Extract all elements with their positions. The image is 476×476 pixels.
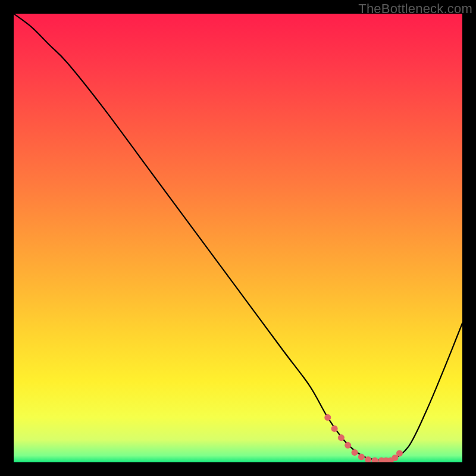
marker-dot [331, 425, 338, 432]
gradient-background [14, 14, 462, 462]
marker-dot [324, 414, 331, 421]
chart-frame [14, 14, 462, 462]
marker-dot [338, 434, 345, 441]
marker-dot [358, 453, 365, 460]
marker-dot [396, 450, 403, 456]
watermark-text: TheBottleneck.com [358, 1, 472, 17]
marker-dot [345, 442, 351, 449]
marker-dot [352, 449, 358, 456]
bottleneck-chart [14, 14, 462, 462]
